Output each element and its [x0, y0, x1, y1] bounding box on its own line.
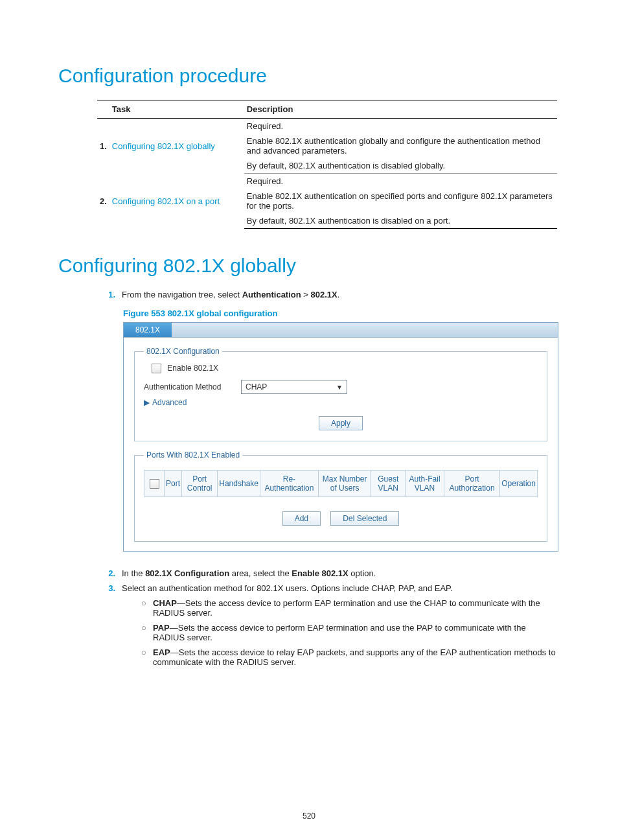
step1-pre: From the navigation tree, select [122, 290, 242, 299]
task-row-num: 2. [97, 174, 109, 229]
bullet-icon: ○ [141, 598, 153, 618]
opt-chap: CHAP—Sets the access device to perform E… [153, 598, 560, 618]
task-table: Task Description 1. Configuring 802.1X g… [97, 100, 557, 229]
step1-sep: > [301, 290, 311, 299]
bullet-icon: ○ [141, 648, 153, 667]
col-port: Port [165, 471, 182, 497]
heading-config-globally: Configuring 802.1X globally [58, 255, 560, 277]
advanced-label: Advanced [152, 398, 187, 407]
desc-required: Required. [244, 119, 557, 134]
step-2-text: In the 802.1X Configuration area, select… [122, 568, 560, 578]
desc-required: Required. [244, 174, 557, 189]
figure-caption: Figure 553 802.1X global configuration [123, 309, 560, 318]
label-enable-8021x: Enable 802.1X [167, 364, 218, 373]
step1-post: . [338, 290, 340, 299]
col-reauth: Re-Authentication [260, 471, 318, 497]
legend-config: 802.1X Configuration [144, 347, 222, 356]
opt-pap: PAP—Sets the access device to perform EA… [153, 623, 560, 642]
opt-eap: EAP—Sets the access device to relay EAP … [153, 648, 560, 667]
col-authfail-vlan: Auth-Fail VLAN [406, 471, 444, 497]
checkbox-select-all[interactable] [150, 479, 159, 489]
tabbar: 802.1X [124, 323, 558, 338]
col-handshake: Handshake [218, 471, 260, 497]
legend-ports: Ports With 802.1X Enabled [144, 450, 242, 460]
step1-auth: Authentication [242, 290, 301, 299]
bullet-icon: ○ [141, 623, 153, 642]
advanced-toggle[interactable]: ▶Advanced [144, 398, 538, 407]
fieldset-config: 802.1X Configuration Enable 802.1X Authe… [134, 347, 547, 441]
fieldset-ports: Ports With 802.1X Enabled Port Port Cont… [134, 450, 547, 542]
triangle-right-icon: ▶ [144, 398, 150, 407]
step-num-3: 3. [97, 583, 122, 672]
col-desc: Description [244, 100, 557, 119]
desc-main: Enable 802.1X authentication globally an… [244, 134, 557, 158]
s2-b1: 802.1X Configuration [145, 568, 229, 578]
col-port-auth: Port Authorization [444, 471, 499, 497]
s2-b2: Enable 802.1X [292, 568, 348, 578]
desc-default: By default, 802.1X authentication is dis… [244, 158, 557, 174]
task-row-num: 1. [97, 119, 109, 174]
step1-8021x: 802.1X [311, 290, 338, 299]
desc-main: Enable 802.1X authentication on specifie… [244, 189, 557, 213]
task-link-global[interactable]: Configuring 802.1X globally [112, 141, 215, 151]
task-link-port[interactable]: Configuring 802.1X on a port [112, 196, 220, 206]
s2-pre: In the [122, 568, 145, 578]
col-task: Task [109, 100, 244, 119]
s2-post: option. [349, 568, 376, 578]
col-blank [97, 100, 109, 119]
col-guest-vlan: Guest VLAN [371, 471, 406, 497]
s2-mid: area, select the [229, 568, 292, 578]
step-3-text: Select an authentication method for 802.… [122, 583, 560, 593]
opt-chap-desc: —Sets the access device to perform EAP t… [153, 598, 540, 618]
screenshot-8021x: 802.1X 802.1X Configuration Enable 802.1… [123, 322, 558, 552]
col-max-users: Max Number of Users [318, 471, 371, 497]
page-number: 520 [0, 811, 618, 821]
add-button[interactable]: Add [282, 511, 321, 526]
tab-8021x[interactable]: 802.1X [124, 323, 172, 337]
apply-button[interactable]: Apply [319, 416, 363, 430]
select-auth-method[interactable]: CHAP ▼ [241, 380, 347, 394]
chevron-down-icon: ▼ [336, 384, 343, 391]
opt-pap-desc: —Sets the access device to perform EAP t… [153, 623, 526, 642]
opt-eap-name: EAP [153, 648, 170, 657]
label-auth-method: Authentication Method [144, 382, 241, 391]
step-num-2: 2. [97, 568, 122, 578]
heading-config-procedure: Configuration procedure [58, 65, 560, 87]
opt-eap-desc: —Sets the access device to relay EAP pac… [153, 648, 556, 667]
del-selected-button[interactable]: Del Selected [330, 511, 399, 526]
col-port-control: Port Control [182, 471, 218, 497]
col-operation: Operation [500, 471, 538, 497]
desc-default: By default, 802.1X authentication is dis… [244, 213, 557, 229]
step-num-1: 1. [97, 290, 122, 299]
step-1-text: From the navigation tree, select Authent… [122, 290, 560, 299]
opt-pap-name: PAP [153, 623, 170, 633]
opt-chap-name: CHAP [153, 598, 177, 608]
ports-table: Port Port Control Handshake Re-Authentic… [144, 470, 538, 497]
select-auth-value: CHAP [246, 382, 267, 391]
checkbox-enable-8021x[interactable] [152, 364, 161, 373]
